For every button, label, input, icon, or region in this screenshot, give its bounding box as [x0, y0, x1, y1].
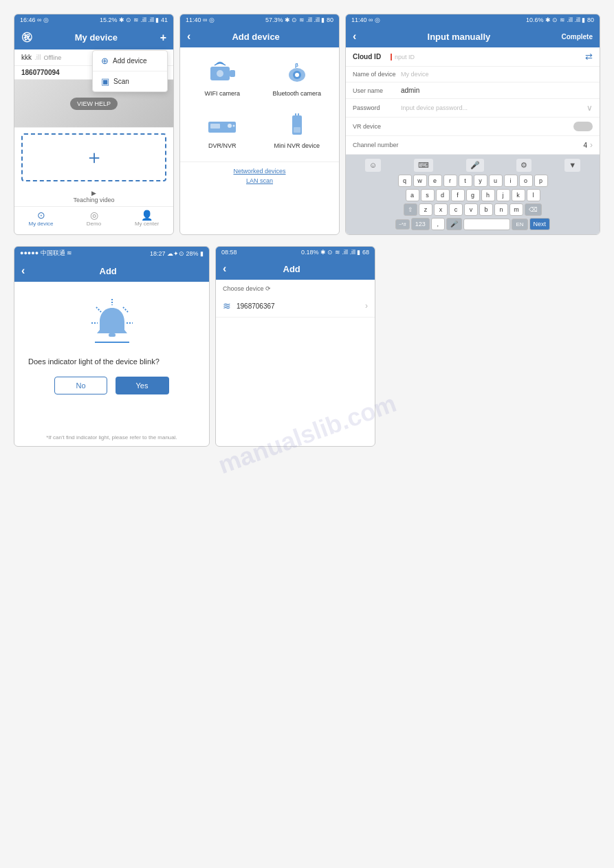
dvr-nvr-icon	[205, 112, 239, 140]
num-key[interactable]: 123	[411, 218, 430, 230]
view-help-button[interactable]: VIEW HELP	[70, 98, 118, 110]
key-m[interactable]: m	[509, 203, 523, 216]
menu-icon: ㊗	[21, 30, 32, 45]
center-nav-icon: 👤	[120, 210, 173, 221]
password-toggle-icon[interactable]: ∨	[586, 103, 593, 113]
shift-key[interactable]: ⇧	[404, 203, 417, 216]
networked-devices-link[interactable]: Networked devices	[186, 168, 333, 175]
lang-key[interactable]: EN	[512, 219, 527, 230]
nav-demo[interactable]: ◎ Demo	[67, 210, 120, 227]
wifi-camera-icon	[205, 60, 239, 87]
bottom-nav: ⊙ My device ◎ Demo 👤 My center	[14, 206, 173, 230]
add-icon: ⊕	[101, 56, 109, 66]
name-input[interactable]: My device	[401, 71, 593, 78]
key-v[interactable]: v	[464, 203, 478, 216]
key-a[interactable]: a	[406, 189, 419, 201]
emoji-btn[interactable]: ☺	[365, 159, 381, 172]
bluetooth-camera-item[interactable]: β Bluetooth camera	[261, 53, 334, 104]
key-o[interactable]: o	[519, 175, 533, 187]
exchange-icon: ⇄	[585, 52, 593, 62]
status-bar-2: 11:40 ∞ ◎ 57.3% ✱ ⊙ ≋ .ill .ill ▮ 80	[180, 14, 339, 25]
device-row[interactable]: ≋ 1968706367 ›	[216, 295, 375, 318]
wifi-camera-item[interactable]: WIFI camera	[186, 53, 259, 104]
choose-device-label: Choose device ⟳	[216, 280, 375, 295]
wifi-small-icon: ≋	[223, 300, 231, 311]
key-b[interactable]: b	[479, 203, 493, 216]
comma-key[interactable]: ,	[431, 218, 445, 230]
key-h[interactable]: h	[481, 189, 495, 201]
username-row: User name admin	[346, 82, 600, 99]
cloud-id-input[interactable]: nput ID	[391, 54, 585, 60]
screen4-title: Add	[25, 266, 191, 276]
next-key[interactable]: Next	[529, 218, 551, 230]
screen2-title: Add device	[190, 32, 321, 42]
app-header-5: ‹ Add	[216, 258, 375, 280]
key-c[interactable]: c	[449, 203, 463, 216]
keyboard-row-a: a s d f g h j k l	[349, 189, 597, 201]
lan-scan-link[interactable]: LAN scan	[186, 177, 333, 184]
key-e[interactable]: e	[428, 175, 442, 187]
key-g[interactable]: g	[466, 189, 480, 201]
screen5-title: Add	[226, 264, 357, 274]
nav-my-device[interactable]: ⊙ My device	[14, 210, 67, 227]
mini-nvr-item[interactable]: Mini NVR device	[261, 105, 334, 156]
key-z[interactable]: z	[419, 203, 432, 216]
key-r[interactable]: r	[443, 175, 457, 187]
screen-input-manually: 11:40 ∞ ◎ 10.6% ✱ ⊙ ≋ .ill .ill ▮ 80 ‹ I…	[345, 14, 600, 235]
screen-choose-device: 08:58 0.18% ✱ ⊙ ≋ .ill .ill ▮ 68 ‹ Add C…	[215, 246, 375, 447]
status-bar-1: 16:46 ∞ ◎ 15.2% ✱ ⊙ ≋ .ill .ill ▮ 41	[14, 14, 173, 25]
scan-menu-item[interactable]: ▣ Scan	[93, 71, 167, 91]
settings-btn[interactable]: ⚙	[516, 159, 531, 172]
mic-btn[interactable]: 🎤	[466, 159, 484, 172]
key-q[interactable]: q	[398, 175, 412, 187]
key-x[interactable]: x	[434, 203, 448, 216]
no-button[interactable]: No	[54, 377, 107, 394]
key-s[interactable]: s	[421, 189, 435, 201]
key-p[interactable]: p	[534, 175, 548, 187]
backspace-key[interactable]: ⌫	[525, 203, 542, 216]
app-header-3: ‹ Input manually Complete	[346, 25, 600, 47]
yn-buttons: No Yes	[47, 377, 175, 394]
vr-toggle[interactable]	[573, 122, 593, 131]
key-n[interactable]: n	[494, 203, 508, 216]
keyboard-bottom-row: ~*# 123 , 🎤 EN Next	[349, 218, 597, 230]
password-input[interactable]: Input device password...	[401, 104, 586, 111]
svg-text:β: β	[295, 62, 298, 68]
key-f[interactable]: f	[451, 189, 465, 201]
mic-key[interactable]: 🎤	[446, 218, 462, 230]
screen3-title: Input manually	[356, 32, 561, 42]
channel-arrow-icon[interactable]: ›	[590, 140, 593, 150]
key-t[interactable]: t	[459, 175, 472, 187]
yes-button[interactable]: Yes	[116, 377, 169, 394]
status-bar-3: 11:40 ∞ ◎ 10.6% ✱ ⊙ ≋ .ill .ill ▮ 80	[346, 14, 600, 25]
nav-my-center[interactable]: 👤 My center	[120, 210, 173, 227]
key-u[interactable]: u	[489, 175, 503, 187]
svg-point-9	[228, 124, 232, 128]
key-k[interactable]: k	[512, 189, 525, 201]
dvr-nvr-item[interactable]: DVR/NVR	[186, 105, 259, 156]
key-i[interactable]: i	[504, 175, 518, 187]
space-key[interactable]	[463, 219, 511, 230]
add-camera-plus-icon: ＋	[85, 148, 104, 167]
demo-nav-icon: ◎	[67, 210, 120, 221]
app-header-1: ㊗ My device +	[14, 25, 173, 49]
special-chars-key[interactable]: ~*#	[395, 219, 410, 230]
status-bar-4: ●●●●● 中国联通 ≋ 18:27 ☁✦⊙ 28% ▮	[14, 247, 209, 260]
down-btn[interactable]: ▼	[564, 159, 580, 172]
add-plus-button[interactable]: +	[160, 32, 166, 44]
key-w[interactable]: w	[413, 175, 427, 187]
svg-point-5	[295, 73, 299, 77]
add-camera-box[interactable]: ＋	[21, 133, 166, 181]
keyboard-btn[interactable]: ⌨	[414, 159, 433, 172]
svg-rect-1	[230, 70, 235, 77]
key-l[interactable]: l	[527, 189, 540, 201]
key-y[interactable]: y	[474, 175, 487, 187]
key-j[interactable]: j	[496, 189, 510, 201]
add-device-menu-item[interactable]: ⊕ Add device	[93, 51, 167, 71]
keyboard-top-row: ☺ ⌨ 🎤 ⚙ ▼	[349, 159, 597, 172]
device-grid: WIFI camera β Bluetooth camera	[180, 47, 339, 162]
network-section: Networked devices LAN scan	[180, 162, 339, 192]
bluetooth-camera-icon: β	[280, 60, 314, 87]
key-d[interactable]: d	[436, 189, 450, 201]
complete-button[interactable]: Complete	[561, 33, 593, 41]
